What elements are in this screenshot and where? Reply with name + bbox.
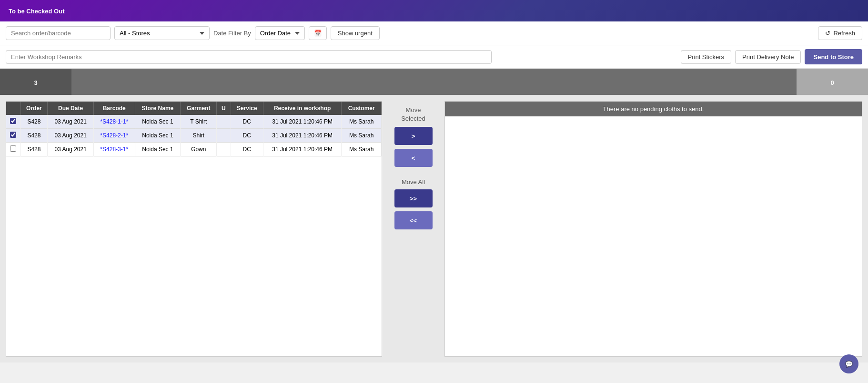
col-due-date: Due Date: [48, 102, 94, 115]
col-receive: Receive in workshop: [263, 102, 341, 115]
move-all-right-button[interactable]: >>: [394, 189, 433, 207]
move-all-label: Move All: [402, 178, 425, 186]
table-row: S42803 Aug 2021*S428-1-1*Noida Sec 1T Sh…: [6, 115, 382, 129]
row-cell: 03 Aug 2021: [48, 115, 94, 129]
page-header: To be Checked Out: [0, 0, 868, 21]
col-customer: Customer: [342, 102, 382, 115]
move-all-left-button[interactable]: <<: [394, 211, 433, 229]
toolbar-row2: Print Stickers Print Delivery Note Send …: [0, 45, 868, 69]
move-selected-left-button[interactable]: <: [394, 149, 433, 167]
table-row: S42803 Aug 2021*S428-2-1*Noida Sec 1Shir…: [6, 129, 382, 143]
row-checkbox-cell: [6, 115, 20, 129]
col-garment: Garment: [181, 102, 217, 115]
row-cell: *S428-2-1*: [93, 129, 135, 143]
remarks-input[interactable]: [6, 50, 492, 64]
move-selected-label: MoveSelected: [401, 106, 425, 123]
row-cell: Ms Sarah: [342, 129, 382, 143]
col-u: U: [217, 102, 231, 115]
counter-middle: [71, 69, 797, 95]
row-cell: DC: [231, 143, 263, 156]
row-cell: 03 Aug 2021: [48, 143, 94, 156]
row-checkbox-cell: [6, 143, 20, 156]
counter-right: 0: [797, 69, 868, 95]
row-cell: [217, 143, 231, 156]
row-cell: 03 Aug 2021: [48, 129, 94, 143]
row-cell: 31 Jul 2021 1:20:46 PM: [263, 115, 341, 129]
store-select[interactable]: All - Stores: [114, 26, 210, 40]
col-store-name: Store Name: [135, 102, 181, 115]
row-checkbox[interactable]: [10, 132, 16, 138]
send-to-store-button[interactable]: Send to Store: [805, 49, 862, 64]
row-cell: Gown: [181, 143, 217, 156]
row-cell: T Shirt: [181, 115, 217, 129]
row-cell: DC: [231, 129, 263, 143]
left-panel: Order Due Date Barcode Store Name Garmen…: [6, 101, 382, 357]
row-cell: S428: [20, 115, 48, 129]
refresh-button[interactable]: ↺ Refresh: [818, 26, 862, 40]
right-panel: There are no pending cloths to send.: [444, 101, 862, 357]
row-cell: Noida Sec 1: [135, 115, 181, 129]
orders-table: Order Due Date Barcode Store Name Garmen…: [6, 102, 382, 156]
table-wrapper[interactable]: Order Due Date Barcode Store Name Garmen…: [6, 102, 382, 321]
col-order: Order: [20, 102, 48, 115]
row-cell: S428: [20, 129, 48, 143]
row-cell: Ms Sarah: [342, 143, 382, 156]
move-selected-right-button[interactable]: >: [394, 127, 433, 145]
row-cell: Ms Sarah: [342, 115, 382, 129]
row-cell: 31 Jul 2021 1:20:46 PM: [263, 129, 341, 143]
col-barcode: Barcode: [93, 102, 135, 115]
date-type-select[interactable]: Order Date: [255, 26, 305, 40]
chat-button[interactable]: 💬: [839, 354, 858, 373]
row-cell: Shirt: [181, 129, 217, 143]
row-checkbox[interactable]: [10, 118, 16, 124]
row-cell: [217, 115, 231, 129]
row-cell: S428: [20, 143, 48, 156]
toolbar-row1: All - Stores Date Filter By Order Date 📅…: [0, 21, 868, 45]
main-content: Order Due Date Barcode Store Name Garmen…: [0, 95, 868, 362]
print-delivery-button[interactable]: Print Delivery Note: [735, 50, 801, 64]
col-checkbox: [6, 102, 20, 115]
chat-icon: 💬: [845, 361, 853, 368]
row-cell: [217, 129, 231, 143]
col-service: Service: [231, 102, 263, 115]
right-panel-content: [445, 116, 862, 135]
row-cell: DC: [231, 115, 263, 129]
row-cell: Noida Sec 1: [135, 143, 181, 156]
show-urgent-button[interactable]: Show urgent: [331, 26, 380, 40]
middle-panel: MoveSelected > < Move All >> <<: [386, 101, 441, 357]
table-row: S42803 Aug 2021*S428-3-1*Noida Sec 1Gown…: [6, 143, 382, 156]
row-checkbox[interactable]: [10, 145, 16, 152]
counter-left: 3: [0, 69, 71, 95]
right-panel-header: There are no pending cloths to send.: [445, 102, 862, 116]
date-filter-label: Date Filter By: [213, 30, 251, 37]
page-title: To be Checked Out: [9, 8, 65, 15]
search-input[interactable]: [6, 26, 111, 40]
row-checkbox-cell: [6, 129, 20, 143]
print-stickers-button[interactable]: Print Stickers: [681, 50, 732, 64]
row-cell: Noida Sec 1: [135, 129, 181, 143]
counter-bar: 3 0: [0, 69, 868, 95]
calendar-button[interactable]: 📅: [309, 26, 327, 40]
refresh-icon: ↺: [825, 30, 830, 37]
row-cell: *S428-3-1*: [93, 143, 135, 156]
row-cell: *S428-1-1*: [93, 115, 135, 129]
row-cell: 31 Jul 2021 1:20:46 PM: [263, 143, 341, 156]
